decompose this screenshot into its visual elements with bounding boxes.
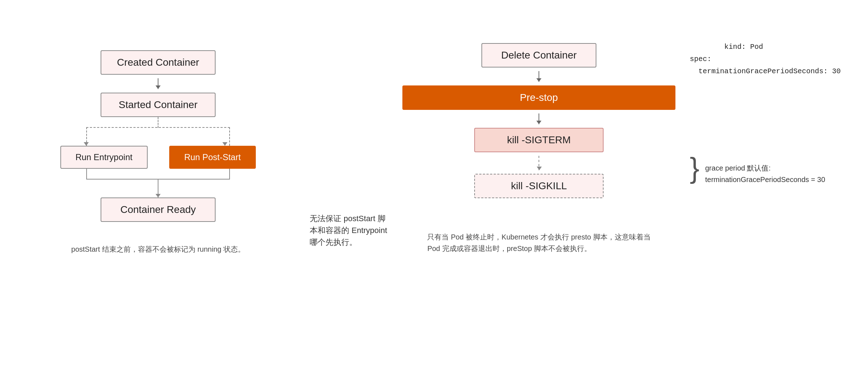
sigterm-box: kill -SIGTERM (474, 128, 604, 152)
prestop-box: Pre-stop (402, 85, 675, 110)
entrypoint-label: Run Entrypoint (75, 152, 133, 162)
brace-symbol: } (690, 154, 700, 182)
right-side-info: kind: Pod spec: terminationGracePeriodSe… (675, 22, 846, 363)
prestop-row: Pre-stop (402, 85, 675, 110)
created-container-box: Created Container (101, 50, 216, 75)
right-annotation-bottom: 只有当 Pod 被终止时，Kubernetes 才会执行 presto 脚本，这… (427, 220, 650, 254)
prestop-label: Pre-stop (520, 92, 558, 103)
split-row: Run Entrypoint Run Post-Start (22, 146, 295, 169)
container-ready-label: Container Ready (120, 204, 196, 215)
delete-container-box: Delete Container (481, 43, 596, 68)
middle-annotation: 无法保证 postStart 脚 本和容器的 Entrypoint 哪个先执行。 (310, 201, 387, 248)
right-section: Delete Container Pre-stop (402, 14, 846, 363)
container-ready-box: Container Ready (101, 197, 216, 222)
arrow1 (539, 68, 539, 85)
sigkill-label: kill -SIGKILL (511, 180, 567, 192)
dashed-arrow (539, 152, 539, 174)
left-annotation-bottom: postStart 结束之前，容器不会被标记为 running 状态。 (71, 243, 245, 255)
started-container-box: Started Container (101, 93, 216, 117)
sigkill-box: kill -SIGKILL (474, 174, 604, 198)
merge-connector (57, 169, 259, 197)
middle-annotation-area: 无法保证 postStart 脚 本和容器的 Entrypoint 哪个先执行。 (295, 14, 402, 363)
left-section: Created Container Started Container (22, 14, 295, 363)
delete-container-label: Delete Container (501, 50, 577, 61)
brace-annotation: } grace period 默认值: terminationGracePeri… (690, 151, 846, 185)
brace-text: grace period 默认值: terminationGracePeriod… (705, 151, 825, 185)
entrypoint-box: Run Entrypoint (60, 146, 148, 169)
split-connector (57, 117, 259, 146)
poststart-box: Run Post-Start (169, 146, 256, 169)
page-container: Created Container Started Container (0, 0, 868, 377)
poststart-label: Run Post-Start (184, 152, 241, 162)
code-block: kind: Pod spec: terminationGracePeriodSe… (690, 29, 846, 90)
entrypoint-col: Run Entrypoint (60, 146, 148, 169)
poststart-col: Run Post-Start (169, 146, 256, 169)
arrow2 (539, 110, 539, 128)
left-flow: Created Container Started Container (22, 50, 295, 255)
created-container-label: Created Container (117, 57, 199, 68)
sigterm-label: kill -SIGTERM (507, 134, 571, 146)
brace-annotation-container: } grace period 默认值: terminationGracePeri… (690, 147, 846, 185)
started-container-label: Started Container (119, 99, 197, 111)
right-diagram: Delete Container Pre-stop (402, 22, 675, 363)
